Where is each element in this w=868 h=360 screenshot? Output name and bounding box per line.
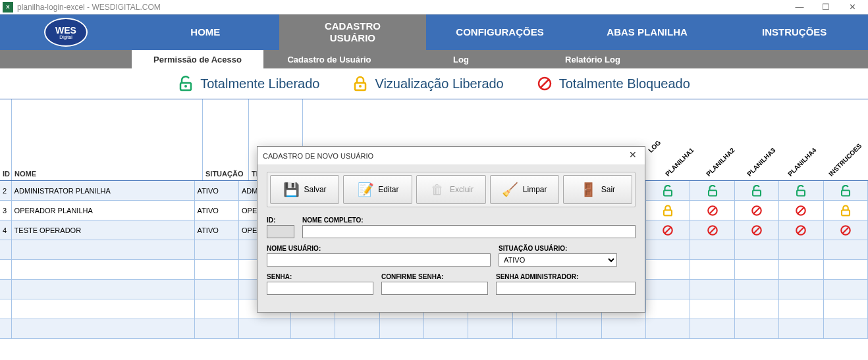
perm-cell[interactable] xyxy=(646,181,690,200)
unlock-green-icon xyxy=(178,76,194,91)
maximize-button[interactable]: ☐ xyxy=(813,0,839,14)
label-nome-completo: NOME COMPLETO: xyxy=(302,217,636,224)
block-red-icon xyxy=(537,76,553,91)
input-senha-admin[interactable] xyxy=(496,282,636,295)
legend-visualizacao: Vizualização Liberado xyxy=(352,76,503,91)
svg-rect-18 xyxy=(842,210,850,215)
excel-icon: X xyxy=(3,2,13,13)
nav-abas-planilha[interactable]: ABAS PLANILHA xyxy=(574,14,721,50)
perm-cell[interactable] xyxy=(824,220,868,240)
legend-row: Totalmente Liberado Vizualização Liberad… xyxy=(0,68,868,99)
header-nome: NOME xyxy=(12,99,203,180)
diag-planilha1: PLANILHA1 xyxy=(664,147,695,178)
perm-cell[interactable] xyxy=(646,220,690,240)
input-id xyxy=(267,225,294,238)
perm-cell[interactable] xyxy=(690,201,734,220)
svg-line-24 xyxy=(753,227,759,233)
trash-icon: 🗑 xyxy=(429,181,446,198)
svg-line-17 xyxy=(798,207,804,213)
svg-line-15 xyxy=(753,207,759,213)
label-senha-admin: SENHA ADMINISTRADOR: xyxy=(496,273,636,280)
perm-cell[interactable] xyxy=(735,220,779,240)
sub-nav: Permissão de Acesso Cadastro de Usuário … xyxy=(0,50,868,68)
svg-rect-7 xyxy=(709,190,717,195)
input-nome-usuario[interactable] xyxy=(267,253,491,267)
edit-label: Editar xyxy=(378,185,398,194)
select-situacao-usuario[interactable]: ATIVO xyxy=(499,253,617,267)
nav-cadastro-label: CADASTROUSUÁRIO xyxy=(325,20,381,44)
diag-log: LOG xyxy=(647,139,662,154)
dialog-body: 💾 Salvar 📝 Editar 🗑 Excluir 🧹 Limpar 🚪 S… xyxy=(258,165,645,312)
dialog-title: CADASTRO DE NOVO USUÁRIO xyxy=(263,152,373,160)
dialog-close-button[interactable]: ✕ xyxy=(626,149,639,163)
subnav-log[interactable]: Log xyxy=(395,50,527,68)
svg-rect-6 xyxy=(664,190,672,195)
edit-button[interactable]: 📝 Editar xyxy=(343,175,412,204)
cell-nome: TESTE OPERADOR xyxy=(12,220,195,240)
subnav-cadastro-usuario[interactable]: Cadastro de Usuário xyxy=(263,50,395,68)
svg-line-20 xyxy=(665,227,671,233)
nav-home[interactable]: HOME xyxy=(132,14,279,50)
clear-label: Limpar xyxy=(523,185,547,194)
save-button[interactable]: 💾 Salvar xyxy=(270,175,339,204)
cell-nome: ADMINISTRATOR PLANILHA xyxy=(12,181,195,200)
input-nome-completo[interactable] xyxy=(302,225,636,238)
perm-cell[interactable] xyxy=(824,201,868,220)
perm-cell[interactable] xyxy=(735,181,779,200)
clear-button[interactable]: 🧹 Limpar xyxy=(490,175,559,204)
perm-cell[interactable] xyxy=(690,181,734,200)
perm-cell[interactable] xyxy=(735,201,779,220)
logo: WES Digital xyxy=(44,18,88,47)
broom-icon: 🧹 xyxy=(502,181,519,198)
label-id: ID: xyxy=(267,217,294,224)
perm-cell[interactable] xyxy=(779,201,823,220)
label-confirme-senha: CONFIRME SENHA: xyxy=(381,273,488,280)
svg-point-1 xyxy=(184,85,187,88)
cell-id: 2 xyxy=(0,181,12,200)
dialog-toolbar: 💾 Salvar 📝 Editar 🗑 Excluir 🧹 Limpar 🚪 S… xyxy=(267,172,636,207)
label-nome-usuario: NOME USUÁRIO: xyxy=(267,245,491,252)
label-situacao-usuario: SITUAÇÃO USUÁRIO: xyxy=(499,245,617,252)
logo-text: WES xyxy=(55,26,76,35)
svg-line-22 xyxy=(709,227,715,233)
logo-cell: WES Digital xyxy=(0,14,132,50)
diag-planilha3: PLANILHA3 xyxy=(746,147,776,178)
perm-cell[interactable] xyxy=(690,220,734,240)
perm-cell[interactable] xyxy=(646,201,690,220)
svg-rect-8 xyxy=(753,190,761,195)
minimize-button[interactable]: — xyxy=(786,0,813,14)
header-situacao: SITUAÇÃO xyxy=(203,99,249,180)
legend-liberado-label: Totalmente Liberado xyxy=(200,76,319,91)
nav-configuracoes[interactable]: CONFIGURAÇÕES xyxy=(426,14,574,50)
perm-cell[interactable] xyxy=(824,181,868,200)
svg-line-5 xyxy=(541,80,549,88)
legend-liberado: Totalmente Liberado xyxy=(178,76,319,91)
header-id: ID xyxy=(0,99,12,180)
diag-planilha4: PLANILHA4 xyxy=(786,147,817,178)
cell-situacao: ATIVO xyxy=(195,181,239,200)
nav-instrucoes[interactable]: INSTRUÇÕES xyxy=(720,14,868,50)
diag-planilha2: PLANILHA2 xyxy=(705,147,736,178)
subnav-relatorio-log[interactable]: Relatório Log xyxy=(527,50,659,68)
floppy-icon: 💾 xyxy=(283,181,300,198)
svg-line-26 xyxy=(798,227,804,233)
label-senha: SENHA: xyxy=(267,273,373,280)
save-label: Salvar xyxy=(304,185,327,194)
logo-subtext: Digital xyxy=(59,35,72,39)
legend-bloqueado-label: Totalmente Bloqueado xyxy=(559,76,690,91)
cell-situacao: ATIVO xyxy=(195,201,239,220)
nav-cadastro-usuario[interactable]: CADASTROUSUÁRIO xyxy=(279,14,427,50)
legend-bloqueado: Totalmente Bloqueado xyxy=(537,76,690,91)
cell-nome: OPERADOR PLANILHA xyxy=(12,201,195,220)
window-titlebar: X planilha-login-excel - WESDIGITAL.COM … xyxy=(0,0,868,14)
exit-button[interactable]: 🚪 Sair xyxy=(563,175,632,204)
close-window-button[interactable]: ✕ xyxy=(839,0,865,14)
delete-button[interactable]: 🗑 Excluir xyxy=(416,175,485,204)
dialog-titlebar: CADASTRO DE NOVO USUÁRIO ✕ xyxy=(258,147,645,165)
diag-instrucoes: INSTRUCOES xyxy=(827,142,863,178)
perm-cell[interactable] xyxy=(779,220,823,240)
input-senha[interactable] xyxy=(267,282,373,295)
input-confirme-senha[interactable] xyxy=(381,282,488,295)
subnav-permissao[interactable]: Permissão de Acesso xyxy=(132,50,263,68)
perm-cell[interactable] xyxy=(779,181,823,200)
